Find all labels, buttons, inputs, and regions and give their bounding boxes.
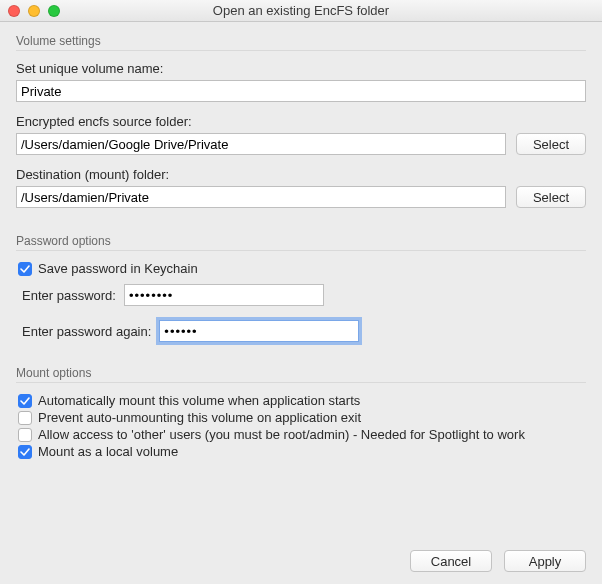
select-destination-button[interactable]: Select (516, 186, 586, 208)
auto-mount-label: Automatically mount this volume when app… (38, 393, 360, 408)
password-again-input[interactable] (159, 320, 359, 342)
password-input[interactable] (124, 284, 324, 306)
destination-folder-input[interactable] (16, 186, 506, 208)
source-folder-label: Encrypted encfs source folder: (16, 114, 586, 129)
local-volume-checkbox[interactable] (18, 445, 32, 459)
mount-options-label: Mount options (16, 366, 586, 380)
window-title: Open an existing EncFS folder (0, 3, 602, 18)
cancel-button[interactable]: Cancel (410, 550, 492, 572)
mount-options-group: Automatically mount this volume when app… (16, 382, 586, 465)
titlebar: Open an existing EncFS folder (0, 0, 602, 22)
source-folder-input[interactable] (16, 133, 506, 155)
save-keychain-label: Save password in Keychain (38, 261, 198, 276)
local-volume-label: Mount as a local volume (38, 444, 178, 459)
check-icon (20, 396, 30, 406)
dialog-footer: Cancel Apply (410, 550, 586, 572)
allow-other-label: Allow access to 'other' users (you must … (38, 427, 525, 442)
password-options-group: Save password in Keychain Enter password… (16, 250, 586, 352)
auto-mount-checkbox[interactable] (18, 394, 32, 408)
enter-password-label: Enter password: (22, 288, 116, 303)
volume-settings-label: Volume settings (16, 34, 586, 48)
destination-folder-label: Destination (mount) folder: (16, 167, 586, 182)
prevent-unmount-checkbox[interactable] (18, 411, 32, 425)
enter-password-again-label: Enter password again: (22, 324, 151, 339)
volume-name-input[interactable] (16, 80, 586, 102)
check-icon (20, 447, 30, 457)
volume-settings-group: Set unique volume name: Encrypted encfs … (16, 50, 586, 224)
password-options-label: Password options (16, 234, 586, 248)
apply-button[interactable]: Apply (504, 550, 586, 572)
select-source-button[interactable]: Select (516, 133, 586, 155)
save-keychain-checkbox[interactable] (18, 262, 32, 276)
prevent-unmount-label: Prevent auto-unmounting this volume on a… (38, 410, 361, 425)
check-icon (20, 264, 30, 274)
allow-other-checkbox[interactable] (18, 428, 32, 442)
volume-name-label: Set unique volume name: (16, 61, 586, 76)
